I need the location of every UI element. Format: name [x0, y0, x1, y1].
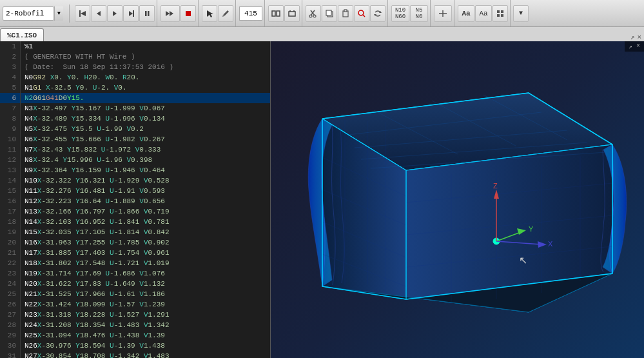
code-line-26[interactable]: 26N22X-31.424 Y18.099 U-1.57 V1.239 — [0, 299, 270, 310]
line-content: N3X-32.497 Y15.167 U-1.999 V0.067 — [21, 103, 165, 114]
line-content: N5X-32.475 Y15.5 U-1.99 V0.2 — [21, 124, 144, 134]
code-line-15[interactable]: 15N11X-32.276 Y16.481 U-1.91 V0.593 — [0, 186, 270, 196]
3d-viewport[interactable]: Z Y X ↖ ↗ × — [271, 41, 644, 358]
cut-btn[interactable] — [306, 5, 321, 22]
vp-pin[interactable]: ↗ — [629, 43, 632, 50]
line-number: 2 — [0, 52, 21, 62]
n10-btn[interactable]: N10N60 — [391, 5, 409, 22]
code-line-16[interactable]: 16N12X-32.223 Y16.64 U-1.889 V0.656 — [0, 196, 270, 206]
n5-btn[interactable]: N5N0 — [410, 5, 428, 22]
line-content: N10X-32.322 Y16.321 U-1.929 V0.528 — [21, 175, 170, 186]
line-number: 26 — [0, 299, 21, 310]
pause-btn[interactable] — [139, 5, 155, 22]
svg-rect-14 — [272, 11, 275, 16]
code-line-8[interactable]: 8N4X-32.489 Y15.334 U-1.996 V0.134 — [0, 114, 270, 124]
code-scroll[interactable]: 1%12( GENERATED WITH HT Wire )3( Date: S… — [0, 41, 270, 358]
code-line-2[interactable]: 2( GENERATED WITH HT Wire ) — [0, 52, 270, 62]
code-line-22[interactable]: 22N18X-31.802 Y17.548 U-1.721 V1.019 — [0, 258, 270, 268]
float-pin[interactable]: ↗ — [630, 33, 635, 41]
line-number: 10 — [0, 134, 21, 144]
nav-next-btn[interactable] — [123, 5, 139, 22]
main-tab[interactable]: %C1.ISO — [0, 28, 44, 41]
line-number: 16 — [0, 196, 21, 206]
edit-group — [304, 0, 388, 26]
view-btn-2[interactable] — [284, 5, 300, 22]
svg-marker-8 — [166, 11, 170, 16]
svg-rect-35 — [497, 14, 500, 17]
line-content: ( Date: Sun 18 Sep 11:37:53 2016 ) — [21, 62, 173, 72]
code-line-27[interactable]: 27N23X-31.318 Y18.228 U-1.527 V1.291 — [0, 310, 270, 320]
code-line-28[interactable]: 28N24X-31.208 Y18.354 U-1.483 V1.342 — [0, 320, 270, 330]
line-number: 21 — [0, 248, 21, 258]
more-btn[interactable]: ▼ — [513, 5, 529, 22]
line-content: N21X-31.525 Y17.966 U-1.61 V1.186 — [21, 289, 165, 299]
play-all-btn[interactable] — [161, 5, 180, 22]
file-dropdown[interactable]: 2-Robofil ▼ — [3, 6, 63, 21]
line-content: N12X-32.223 Y16.64 U-1.889 V0.656 — [21, 196, 165, 206]
svg-rect-0 — [79, 10, 81, 17]
play-btn[interactable] — [107, 5, 122, 22]
code-line-25[interactable]: 25N21X-31.525 Y17.966 U-1.61 V1.186 — [0, 289, 270, 299]
code-line-12[interactable]: 12N8X-32.4 Y15.996 U-1.96 V0.398 — [0, 155, 270, 165]
code-line-29[interactable]: 29N25X-31.094 Y18.476 U-1.438 V1.39 — [0, 330, 270, 341]
search-btn[interactable] — [354, 5, 369, 22]
view-btn-1[interactable] — [268, 5, 284, 22]
code-line-20[interactable]: 20N16X-31.963 Y17.255 U-1.785 V0.902 — [0, 237, 270, 248]
line-number: 19 — [0, 227, 21, 237]
stop-btn[interactable] — [181, 5, 196, 22]
svg-marker-11 — [207, 10, 213, 17]
code-line-14[interactable]: 14N10X-32.322 Y16.321 U-1.929 V0.528 — [0, 175, 270, 186]
line-content: N20X-31.622 Y17.83 U-1.649 V1.132 — [21, 279, 165, 289]
svg-rect-5 — [133, 10, 134, 17]
code-line-21[interactable]: 21N17X-31.885 Y17.403 U-1.754 V0.961 — [0, 248, 270, 258]
code-line-7[interactable]: 7N3X-32.497 Y15.167 U-1.999 V0.067 — [0, 103, 270, 114]
code-line-24[interactable]: 24N20X-31.622 Y17.83 U-1.649 V1.132 — [0, 279, 270, 289]
code-line-17[interactable]: 17N13X-32.166 Y16.797 U-1.866 V0.719 — [0, 206, 270, 217]
line-content: N11X-32.276 Y16.481 U-1.91 V0.593 — [21, 186, 165, 196]
code-line-4[interactable]: 4N0G92 X0. Y0. H20. W0. R20. — [0, 72, 270, 83]
nav-first-btn[interactable] — [75, 5, 90, 22]
code-line-11[interactable]: 11N7X-32.43 Y15.832 U-1.972 V0.333 — [0, 144, 270, 155]
line-content: N22X-31.424 Y18.099 U-1.57 V1.239 — [21, 299, 165, 310]
svg-rect-7 — [148, 11, 150, 16]
line-number: 28 — [0, 320, 21, 330]
n-group: N10N60 N5N0 — [389, 0, 431, 26]
svg-line-28 — [363, 15, 365, 17]
code-line-31[interactable]: 31N27X-30.854 Y18.708 U-1.342 V1.483 — [0, 351, 270, 358]
grid-btn[interactable] — [493, 5, 508, 22]
code-line-30[interactable]: 30N26X-30.976 Y18.594 U-1.39 V1.438 — [0, 341, 270, 351]
number-input[interactable]: 415 — [239, 6, 262, 21]
code-line-3[interactable]: 3( Date: Sun 18 Sep 11:37:53 2016 ) — [0, 62, 270, 72]
dropdown-label[interactable]: 2-Robofil — [3, 6, 54, 21]
line-content: ( GENERATED WITH HT Wire ) — [21, 52, 135, 62]
z-axis-label: Z — [493, 182, 498, 190]
line-number: 31 — [0, 351, 21, 358]
nav-prev-btn[interactable] — [91, 5, 106, 22]
code-line-13[interactable]: 13N9X-32.364 Y16.159 U-1.946 V0.464 — [0, 165, 270, 175]
code-line-9[interactable]: 9N5X-32.475 Y15.5 U-1.99 V0.2 — [0, 124, 270, 134]
select-btn[interactable] — [202, 5, 217, 22]
code-line-6[interactable]: 6N2G61G41D0Y15. — [0, 93, 270, 103]
misc-btn-1[interactable] — [434, 5, 452, 22]
svg-rect-36 — [501, 14, 503, 17]
float-close[interactable]: × — [637, 34, 641, 41]
code-line-5[interactable]: 5N1G1 X-32.5 Y0. U-2. V0. — [0, 83, 270, 93]
paste-btn[interactable] — [338, 5, 353, 22]
font-btn-2[interactable]: Aa — [475, 5, 492, 22]
copy-btn[interactable] — [322, 5, 337, 22]
svg-marker-2 — [97, 11, 101, 16]
code-line-23[interactable]: 23N19X-31.714 Y17.69 U-1.686 V1.076 — [0, 268, 270, 279]
replace-btn[interactable] — [370, 5, 385, 22]
code-line-18[interactable]: 18N14X-32.103 Y16.952 U-1.841 V0.781 — [0, 217, 270, 227]
font-btn-1[interactable]: Aa — [458, 5, 474, 22]
code-line-10[interactable]: 10N6X-32.455 Y15.666 U-1.982 V0.267 — [0, 134, 270, 144]
vp-close[interactable]: × — [636, 43, 640, 50]
code-line-19[interactable]: 19N15X-32.035 Y17.105 U-1.814 V0.842 — [0, 227, 270, 237]
dropdown-arrow[interactable]: ▼ — [54, 6, 63, 21]
pencil-btn[interactable] — [218, 5, 233, 22]
svg-marker-4 — [129, 11, 133, 16]
viewport-controls: ↗ × — [625, 41, 644, 52]
code-line-1[interactable]: 1%1 — [0, 41, 270, 52]
line-number: 22 — [0, 258, 21, 268]
line-number: 8 — [0, 114, 21, 124]
